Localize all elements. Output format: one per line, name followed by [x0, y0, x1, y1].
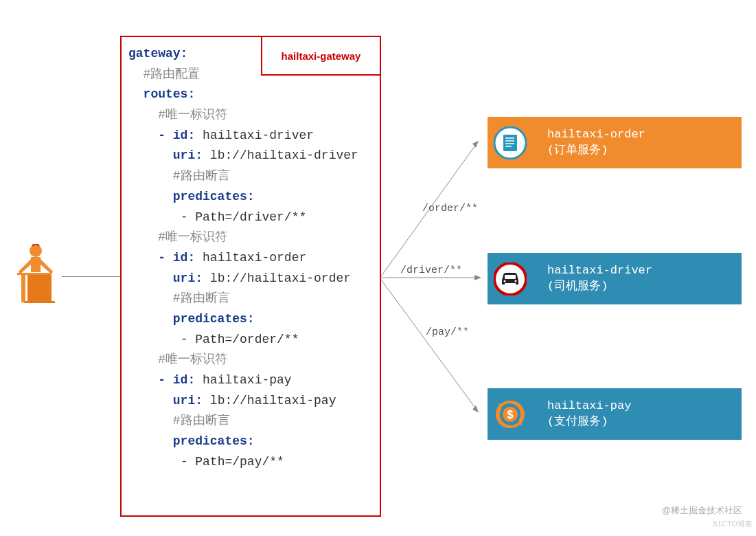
svg-rect-6 [21, 275, 25, 302]
comment-route: #路由配置 [144, 67, 201, 81]
service-order-name: hailtaxi-order [547, 127, 645, 143]
money-icon: $ [494, 398, 527, 431]
r1-id: - id: [158, 129, 195, 142]
svg-line-11 [381, 280, 479, 412]
svg-marker-12 [472, 405, 479, 412]
service-driver-name: hailtaxi-driver [547, 263, 652, 279]
r2-path: - Path=/order/** [181, 333, 299, 346]
r3-uri: uri: [173, 394, 203, 407]
user-icon [10, 244, 62, 309]
kw-pred2: predicates: [173, 312, 255, 326]
svg-marker-8 [472, 141, 479, 148]
kw-routes: routes: [144, 87, 196, 101]
r2-uri: uri: [173, 271, 203, 285]
service-order-desc: (订单服务) [547, 143, 645, 159]
kw-pred3: predicates: [173, 434, 255, 448]
arrow-pay [381, 275, 488, 423]
svg-rect-20 [505, 275, 516, 279]
svg-point-22 [515, 280, 517, 282]
kw-pred1: predicates: [173, 190, 255, 203]
yaml-config: gateway: #路由配置 routes: #唯一标识符 - id: hail… [128, 44, 377, 472]
comment-id2: #唯一标识符 [158, 230, 227, 244]
document-icon [494, 126, 527, 159]
comment-pred3: #路由断言 [173, 414, 230, 427]
svg-point-0 [30, 245, 42, 257]
svg-rect-14 [503, 135, 517, 151]
service-driver-desc: (司机服务) [547, 279, 652, 295]
car-icon [494, 263, 527, 295]
svg-marker-10 [474, 275, 481, 280]
comment-pred1: #路由断言 [173, 169, 230, 183]
svg-rect-3 [17, 273, 51, 275]
svg-rect-4 [27, 275, 51, 301]
service-order: hailtaxi-order (订单服务) [488, 117, 742, 168]
svg-point-21 [504, 280, 506, 282]
gateway-label: hailtaxi-gateway [261, 36, 381, 76]
r1-uri: uri: [173, 148, 203, 162]
gateway-config-box: hailtaxi-gateway gateway: #路由配置 routes: … [120, 36, 381, 517]
route-label-order: /order/** [422, 203, 478, 214]
svg-text:$: $ [507, 409, 514, 421]
watermark-51cto: 51CTO博客 [713, 519, 753, 529]
svg-rect-2 [31, 257, 41, 272]
r3-path: - Path=/pay/** [181, 455, 284, 469]
route-label-pay: /pay/** [426, 326, 469, 338]
r1-path: - Path=/driver/** [181, 210, 307, 224]
r3-id: - id: [158, 373, 195, 387]
connector-user-gateway [62, 276, 120, 277]
kw-gateway: gateway: [128, 47, 187, 60]
r2-id: - id: [158, 251, 195, 265]
service-pay-desc: (支付服务) [547, 414, 631, 430]
svg-rect-5 [24, 301, 55, 303]
watermark-juejin: @稀土掘金技术社区 [662, 504, 742, 517]
service-pay: $ hailtaxi-pay (支付服务) [488, 388, 742, 440]
service-driver: hailtaxi-driver (司机服务) [488, 253, 742, 304]
service-pay-name: hailtaxi-pay [547, 399, 631, 414]
comment-id1: #唯一标识符 [158, 108, 227, 122]
comment-id3: #唯一标识符 [158, 353, 227, 366]
route-label-driver: /driver/** [400, 265, 462, 276]
comment-pred2: #路由断言 [173, 291, 230, 305]
